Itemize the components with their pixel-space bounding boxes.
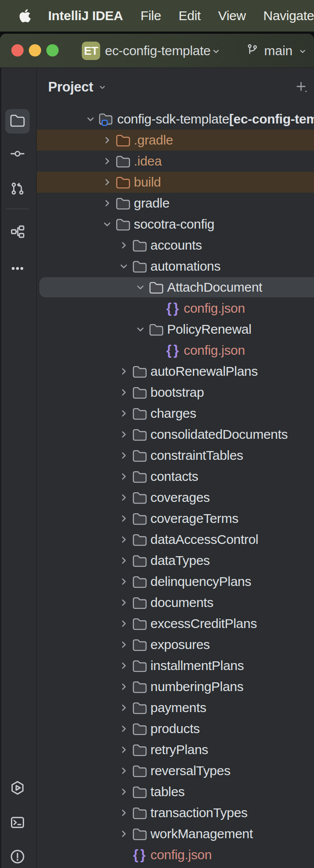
tree-row-contacts[interactable]: contacts (37, 466, 314, 487)
tree-row-config.json[interactable]: { }config.json (37, 298, 314, 319)
chevron-right-icon[interactable] (115, 618, 132, 629)
tree-row-automations[interactable]: automations (37, 256, 314, 277)
tree-row-config.json[interactable]: { }config.json (37, 340, 314, 361)
tree-row-coverageterms[interactable]: coverageTerms (37, 508, 314, 529)
structure-tool-button[interactable] (5, 220, 30, 245)
chevron-down-icon[interactable] (115, 261, 132, 272)
tree-row-products[interactable]: products (37, 718, 314, 739)
tree-row-.gradle[interactable]: .gradle (37, 130, 314, 151)
tree-row-excesscreditplans[interactable]: excessCreditPlans (37, 613, 314, 634)
project-avatar-badge[interactable]: ET (82, 42, 100, 60)
tree-row-exposures[interactable]: exposures (37, 634, 314, 655)
tree-row-socotra-config[interactable]: socotra-config (37, 214, 314, 235)
chevron-down-icon[interactable] (99, 219, 115, 230)
chevron-right-icon[interactable] (115, 807, 132, 819)
panel-title[interactable]: Project (48, 79, 93, 95)
tree-row-tables[interactable]: tables (37, 781, 314, 802)
menu-item-edit[interactable]: Edit (178, 8, 201, 23)
chevron-right-icon[interactable] (115, 387, 132, 398)
chevron-right-icon[interactable] (115, 660, 132, 671)
tree-row-gradle[interactable]: gradle (37, 193, 314, 214)
chevron-down-icon (298, 44, 307, 59)
project-tool-button[interactable] (5, 109, 30, 134)
chevron-right-icon[interactable] (115, 429, 132, 440)
project-widget[interactable]: ec-config-template (105, 34, 210, 68)
chevron-right-icon[interactable] (99, 134, 115, 146)
close-window-button[interactable] (11, 44, 24, 56)
folder-icon (132, 786, 147, 798)
pull-requests-tool-button[interactable] (5, 177, 30, 202)
chevron-down-icon[interactable] (132, 324, 149, 335)
chevron-right-icon[interactable] (115, 471, 132, 482)
tree-row-transactiontypes[interactable]: transactionTypes (37, 802, 314, 823)
menu-item-view[interactable]: View (218, 8, 246, 23)
chevron-right-icon[interactable] (115, 576, 132, 587)
tree-row-config-sdk-template[interactable]: config-sdk-template [ec-config-template] (37, 109, 314, 130)
more-tool-windows-button[interactable] (5, 257, 30, 282)
chevron-right-icon[interactable] (115, 534, 132, 545)
services-tool-button[interactable] (5, 776, 30, 801)
tree-row-payments[interactable]: payments (37, 697, 314, 718)
tree-row-documents[interactable]: documents (37, 592, 314, 613)
vcs-branch-widget[interactable]: main (246, 34, 307, 68)
commit-tool-button[interactable] (5, 142, 30, 167)
tree-row-constrainttables[interactable]: constraintTables (37, 445, 314, 466)
chevron-right-icon[interactable] (115, 597, 132, 608)
menu-item-file[interactable]: File (140, 8, 161, 23)
tree-row-retryplans[interactable]: retryPlans (37, 739, 314, 760)
problems-tool-button[interactable] (5, 845, 30, 868)
chevron-right-icon[interactable] (115, 681, 132, 692)
more-tools-icon (10, 261, 25, 278)
tree-row-charges[interactable]: charges (37, 403, 314, 424)
chevron-right-icon[interactable] (115, 702, 132, 713)
tree-row-accounts[interactable]: accounts (37, 235, 314, 256)
chevron-right-icon[interactable] (99, 176, 115, 188)
minimize-window-button[interactable] (29, 44, 41, 56)
tree-row-config.json[interactable]: { }config.json (37, 844, 314, 865)
menu-item-intellij-idea[interactable]: IntelliJ IDEA (48, 8, 123, 23)
chevron-right-icon[interactable] (115, 639, 132, 650)
tree-row-attachdocument[interactable]: AttachDocument (37, 277, 314, 298)
chevron-right-icon[interactable] (115, 408, 132, 419)
folder-icon (115, 176, 130, 189)
tree-row-reversaltypes[interactable]: reversalTypes (37, 760, 314, 781)
tree-row-bootstrap[interactable]: bootstrap (37, 382, 314, 403)
tree-row-autorenewalplans[interactable]: autoRenewalPlans (37, 361, 314, 382)
tree-row-dataaccesscontrol[interactable]: dataAccessControl (37, 529, 314, 550)
chevron-down-icon[interactable] (82, 113, 99, 125)
tree-row-installmentplans[interactable]: installmentPlans (37, 655, 314, 676)
tree-row-policyrenewal[interactable]: PolicyRenewal (37, 319, 314, 340)
tree-row-consolidateddocuments[interactable]: consolidatedDocuments (37, 424, 314, 445)
terminal-tool-button[interactable] (5, 811, 30, 836)
apple-icon[interactable] (19, 9, 31, 22)
add-icon[interactable] (295, 80, 308, 95)
tree-row-.idea[interactable]: .idea (37, 151, 314, 172)
tree-row-label: reversalTypes (150, 763, 230, 778)
pull-requests-icon (10, 181, 25, 198)
tree-row-build[interactable]: build (37, 172, 314, 193)
menu-item-navigate[interactable]: Navigate (263, 8, 314, 23)
chevron-right-icon[interactable] (99, 198, 115, 209)
tree-row-numberingplans[interactable]: numberingPlans (37, 676, 314, 697)
chevron-right-icon[interactable] (115, 450, 132, 461)
chevron-right-icon[interactable] (115, 723, 132, 734)
chevron-right-icon[interactable] (115, 555, 132, 566)
chevron-right-icon[interactable] (115, 786, 132, 797)
chevron-right-icon[interactable] (115, 492, 132, 503)
chevron-right-icon[interactable] (115, 366, 132, 377)
chevron-right-icon[interactable] (115, 828, 132, 840)
tree-row-coverages[interactable]: coverages (37, 487, 314, 508)
chevron-right-icon[interactable] (99, 155, 115, 167)
tree-row-workmanagement[interactable]: workManagement (37, 823, 314, 844)
chevron-right-icon[interactable] (115, 240, 132, 251)
tree-row-delinquencyplans[interactable]: delinquencyPlans (37, 571, 314, 592)
chevron-down-icon[interactable] (132, 282, 149, 293)
zoom-window-button[interactable] (46, 44, 59, 56)
chevron-down-icon[interactable] (98, 82, 107, 94)
tree-row-label: consolidatedDocuments (150, 427, 288, 442)
chevron-right-icon[interactable] (115, 744, 132, 755)
chevron-right-icon[interactable] (115, 513, 132, 524)
branch-name: main (264, 43, 293, 58)
tree-row-datatypes[interactable]: dataTypes (37, 550, 314, 571)
chevron-right-icon[interactable] (115, 765, 132, 776)
